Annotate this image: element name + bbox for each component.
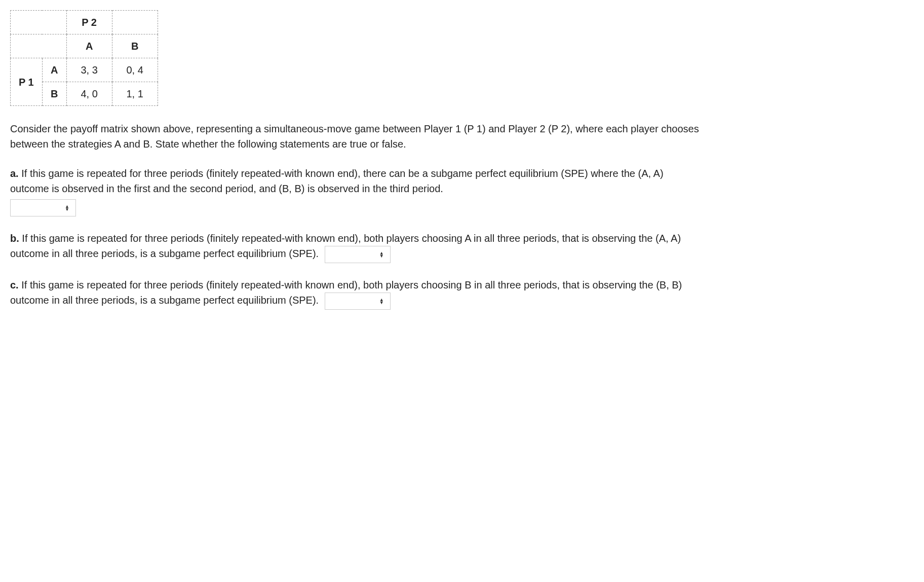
- question-b-text: b. If this game is repeated for three pe…: [10, 231, 699, 263]
- matrix-cell-ab: 0, 4: [112, 58, 158, 82]
- question-a: a. If this game is repeated for three pe…: [10, 166, 699, 216]
- matrix-cell-ba: 4, 0: [66, 82, 112, 106]
- question-c-label: c.: [10, 279, 19, 290]
- matrix-blank-cell: [11, 34, 67, 58]
- matrix-col-label-b: B: [112, 34, 158, 58]
- matrix-col-label-a: A: [66, 34, 112, 58]
- question-b: b. If this game is repeated for three pe…: [10, 231, 699, 263]
- question-a-select-wrap[interactable]: ▲▼ TrueFalse: [10, 199, 76, 216]
- question-b-label: b.: [10, 233, 19, 244]
- matrix-blank-cell: [112, 11, 158, 34]
- question-c-text: c. If this game is repeated for three pe…: [10, 277, 699, 310]
- matrix-row-label-b: B: [42, 82, 66, 106]
- matrix-col-player: P 2: [66, 11, 112, 34]
- question-a-label: a.: [10, 168, 19, 179]
- matrix-blank-cell: [11, 11, 67, 34]
- question-b-select-wrap[interactable]: ▲▼ TrueFalse: [325, 246, 391, 263]
- matrix-row-label-a: A: [42, 58, 66, 82]
- question-c-select-wrap[interactable]: ▲▼ TrueFalse: [325, 293, 391, 310]
- payoff-matrix: P 2 A B P 1 A 3, 3 0, 4 B 4, 0 1, 1: [10, 10, 158, 106]
- question-a-body: If this game is repeated for three perio…: [10, 168, 664, 194]
- matrix-cell-bb: 1, 1: [112, 82, 158, 106]
- question-c: c. If this game is repeated for three pe…: [10, 277, 699, 310]
- question-a-text: a. If this game is repeated for three pe…: [10, 166, 699, 196]
- intro-text: Consider the payoff matrix shown above, …: [10, 121, 699, 152]
- matrix-cell-aa: 3, 3: [66, 58, 112, 82]
- matrix-row-player: P 1: [11, 58, 43, 106]
